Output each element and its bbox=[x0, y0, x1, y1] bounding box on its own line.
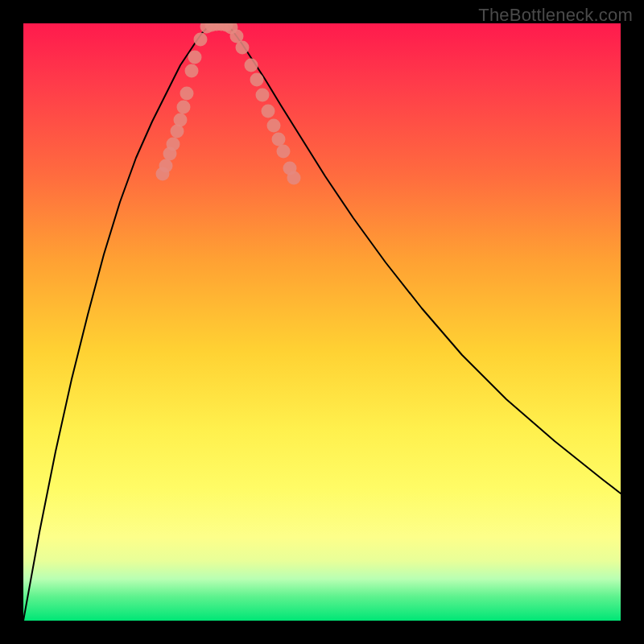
svg-point-24 bbox=[272, 133, 286, 147]
highlight-dots bbox=[156, 23, 301, 185]
svg-point-9 bbox=[188, 51, 202, 64]
svg-point-3 bbox=[167, 138, 180, 151]
svg-point-19 bbox=[245, 59, 258, 72]
svg-point-21 bbox=[256, 89, 270, 102]
svg-point-10 bbox=[194, 33, 208, 47]
chart-frame bbox=[23, 23, 621, 621]
svg-point-1 bbox=[159, 159, 173, 173]
svg-point-20 bbox=[250, 73, 264, 87]
chart-svg bbox=[23, 23, 621, 621]
svg-point-23 bbox=[267, 119, 281, 133]
svg-point-5 bbox=[174, 114, 188, 127]
svg-point-6 bbox=[177, 101, 191, 114]
svg-point-8 bbox=[185, 64, 199, 78]
svg-point-27 bbox=[287, 171, 301, 185]
svg-point-18 bbox=[236, 41, 250, 55]
svg-point-25 bbox=[277, 145, 291, 159]
svg-point-22 bbox=[262, 105, 275, 118]
bottleneck-curve bbox=[23, 24, 621, 621]
svg-point-7 bbox=[180, 87, 194, 101]
